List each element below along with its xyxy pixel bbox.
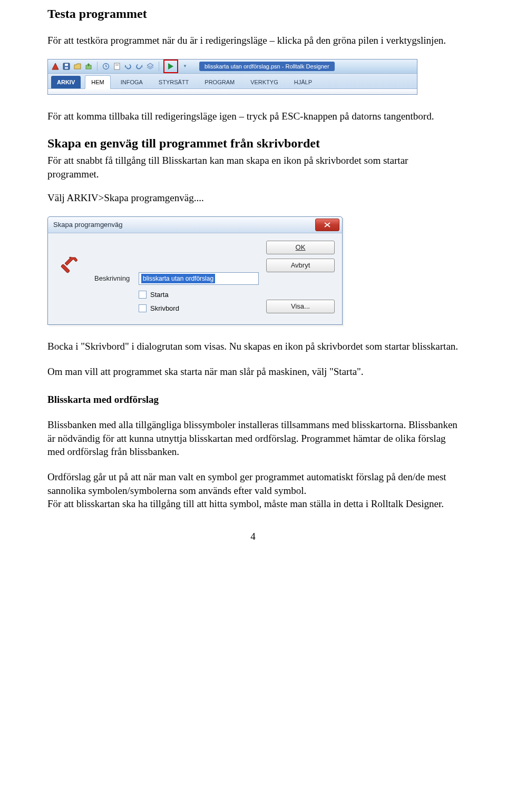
tab-styrsatt[interactable]: STYRSÄTT [153,76,194,88]
description-row: Beskrivning blisskarta utan ordförslag [94,272,259,285]
starta-label: Starta [150,290,169,300]
tab-hem[interactable]: HEM [85,75,110,89]
qat-separator [159,62,159,71]
hammer-icon [60,253,83,276]
page-icon[interactable] [113,62,121,71]
visa-button[interactable]: Visa... [266,300,335,313]
cancel-label: Avbryt [291,261,310,270]
dialog-titlebar: Skapa programgenväg [47,216,343,233]
page-title: Testa programmet [47,5,459,22]
svg-rect-8 [61,264,70,273]
open-icon[interactable] [73,62,82,71]
skrivbord-label: Skrivbord [150,304,179,313]
qat-separator [97,62,98,71]
dialog-title-text: Skapa programgenväg [53,220,315,230]
visa-label: Visa... [291,302,310,311]
skrivbord-checkbox[interactable] [139,304,147,312]
tab-arkiv[interactable]: ARKIV [51,76,81,88]
svg-rect-7 [115,65,119,66]
description-value: blisskarta utan ordförslag [141,274,215,283]
paragraph-shortcut-intro: För att snabbt få tillgång till Blisskar… [47,154,459,181]
description-label: Beskrivning [94,274,133,283]
layers-icon[interactable] [146,62,154,71]
paragraph-ordforslag-a: Ordförslag går ut på att när man valt en… [47,470,459,497]
tab-infoga[interactable]: INFOGA [115,76,149,88]
ribbon-screenshot: ▼ blisskarta utan ordförslag.psn - Rollt… [47,59,417,95]
dialog-body: Beskrivning blisskarta utan ordförslag S… [47,233,343,325]
section-heading-shortcut: Skapa en genväg till programmet från skr… [47,135,459,152]
redo-icon[interactable] [135,62,143,71]
dialog-buttons: OK Avbryt Visa... [266,241,335,317]
file-title-chip: blisskarta utan ordförslag.psn - Rolltal… [199,62,335,71]
paragraph-blissbanken: Blissbanken med alla tillgängliga blissy… [47,418,459,459]
description-input[interactable]: blisskarta utan ordförslag [139,272,259,285]
intro-paragraph-1: För att testköra programmet när du är i … [47,34,459,47]
ok-label: OK [296,243,306,252]
play-icon [168,63,173,70]
chevron-down-icon[interactable]: ▼ [181,62,189,71]
svg-rect-2 [65,67,68,69]
svg-rect-1 [65,64,68,66]
dialog-skapa-programgenvag: Skapa programgenväg Beskrivning blisskar… [47,216,343,325]
tab-hjalp[interactable]: HJÄLP [288,76,318,88]
cancel-button[interactable]: Avbryt [266,259,335,272]
paragraph-arkiv-path: Välj ARKIV>Skapa programgenväg.... [47,191,459,205]
tab-program[interactable]: PROGRAM [199,76,240,88]
history-icon[interactable] [102,62,110,71]
run-button-highlight[interactable] [163,60,178,73]
skrivbord-row[interactable]: Skrivbord [139,304,259,313]
svg-rect-5 [114,63,120,70]
ok-button[interactable]: OK [266,241,335,254]
paragraph-bocka: Bocka i "Skrivbord" i dialogrutan som vi… [47,340,459,353]
paragraph-esc: För att komma tillbaka till redigeringsl… [47,110,459,123]
page-number: 4 [47,530,459,543]
close-button[interactable] [315,219,339,231]
app-icon [51,62,60,71]
ribbon-body-strip [48,89,417,94]
starta-checkbox[interactable] [139,291,147,299]
save-icon[interactable] [62,62,71,71]
dialog-form: Beskrivning blisskarta utan ordförslag S… [94,241,259,317]
paragraph-ordforslag-b: För att blisskartan ska ha tillgång till… [47,497,459,511]
quick-access-toolbar: ▼ blisskarta utan ordförslag.psn - Rollt… [48,60,417,74]
paragraph-starta: Om man vill att programmet ska starta nä… [47,365,459,379]
export-icon[interactable] [84,62,93,71]
tab-verktyg[interactable]: VERKTYG [245,76,284,88]
starta-row[interactable]: Starta [139,290,259,300]
undo-icon[interactable] [124,62,132,71]
close-icon [324,222,330,227]
dialog-icon-area [55,241,87,317]
svg-rect-6 [115,64,119,65]
ribbon-tabs: ARKIV HEM INFOGA STYRSÄTT PROGRAM VERKTY… [48,74,417,89]
section-heading-ordforslag: Blisskarta med ordförslag [47,393,459,407]
